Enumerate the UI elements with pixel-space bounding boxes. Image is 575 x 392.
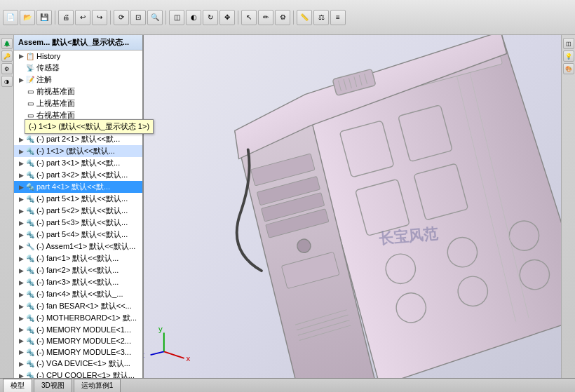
expand-fan1[interactable]: ▶	[17, 255, 25, 263]
tree-item-fan4[interactable]: ▶ 🔩 (-) fan<4> 默认<<默认_...	[14, 288, 142, 300]
memory1-label: (-) MEMORY MODULE<1...	[36, 325, 131, 334]
rebuild-btn[interactable]: ⟳	[114, 10, 129, 25]
tree-header: Assem... 默认<默认_显示状态...	[14, 35, 142, 50]
expand-notes[interactable]: ▶	[17, 76, 25, 84]
undo-btn[interactable]: ↩	[75, 10, 90, 25]
expand-history[interactable]: ▶	[17, 52, 25, 60]
expand-fan3[interactable]: ▶	[17, 278, 25, 287]
tab-3dview[interactable]: 3D视图	[34, 379, 72, 392]
expand-sensors[interactable]	[17, 64, 25, 72]
tree-item-part5-2[interactable]: ▶ 🔩 (-) part 5<2> 默认<<默认...	[14, 205, 142, 217]
tree-item-memory1[interactable]: ▶ 🔩 (-) MEMORY MODULE<1...	[14, 324, 142, 335]
top-plane-icon: ▭	[25, 99, 35, 109]
expand-fan4[interactable]: ▶	[17, 290, 25, 299]
zoom-fit-btn[interactable]: ⊡	[130, 10, 146, 25]
expand-part5-4[interactable]: ▶	[17, 231, 25, 239]
tree-item-memory3[interactable]: ▶ 🔩 (-) MEMORY MODULE<3...	[14, 346, 142, 358]
expand-vga[interactable]: ▶	[17, 360, 25, 368]
tree-item-cpu[interactable]: ▶ 🔩 (-) CPU COOLER<1> 默认...	[14, 370, 142, 378]
tree-item-sensors[interactable]: 📡 传感器	[14, 62, 142, 74]
svg-text:x: x	[186, 354, 190, 363]
pan-btn[interactable]: ✥	[219, 10, 235, 25]
tree-item-part3-1[interactable]: ▶ 🔩 (-) part 3<1> 默认<<默...	[14, 157, 142, 169]
rotate-btn[interactable]: ↻	[203, 10, 218, 25]
front-plane-icon: ▭	[25, 87, 35, 97]
tree-item-top-plane[interactable]: ▭ 上视基准面	[14, 97, 142, 109]
expand-part3-2[interactable]: ▶	[17, 171, 25, 180]
sep1	[55, 11, 55, 25]
property-icon[interactable]: 🔑	[1, 50, 13, 62]
tree-item-memory2[interactable]: ▶ 🔩 (-) MEMORY MODULE<2...	[14, 335, 142, 346]
tree-item-part1[interactable]: ▶ 🔩 (-) 1<1> (默认<<默认... (-) 1<1> (默认<<默认…	[14, 145, 142, 157]
scene-btn[interactable]: 🎨	[563, 63, 574, 74]
display-state-icon[interactable]: ◑	[1, 76, 13, 87]
expand-right-plane[interactable]	[17, 111, 25, 120]
measure-btn[interactable]: 📏	[297, 10, 312, 25]
part1-label: (-) 1<1> (默认<<默认...	[36, 146, 115, 156]
tab-motion[interactable]: 运动算例1	[74, 379, 121, 392]
tree-item-front-plane[interactable]: ▭ 前视基准面	[14, 86, 142, 97]
config-icon[interactable]: ⚙	[1, 63, 13, 74]
mass-props-btn[interactable]: ⚖	[313, 10, 329, 25]
new-btn[interactable]: 📄	[3, 10, 18, 25]
expand-part4-1[interactable]: ▶	[17, 183, 25, 191]
cpu-icon: 🔩	[25, 371, 35, 379]
options-btn[interactable]: ≡	[330, 10, 346, 25]
part3-1-label: (-) part 3<1> 默认<<默...	[36, 158, 120, 168]
expand-memory1[interactable]: ▶	[17, 325, 25, 334]
expand-part5-1[interactable]: ▶	[17, 195, 25, 203]
feature-btn[interactable]: ⚙	[275, 10, 290, 25]
tree-item-vga[interactable]: ▶ 🔩 (-) VGA DEVICE<1> 默认...	[14, 358, 142, 370]
expand-part5-3[interactable]: ▶	[17, 219, 25, 227]
tree-item-part5-1[interactable]: ▶ 🔩 (-) part 5<1> 默认<<默认...	[14, 193, 142, 205]
expand-front[interactable]	[17, 88, 25, 96]
tree-item-part3-2[interactable]: ▶ 🔩 (-) part 3<2> 默认<<默认...	[14, 169, 142, 181]
expand-motherboard[interactable]: ▶	[17, 314, 25, 323]
3d-viewport[interactable]: 长宝风范 x y z	[144, 35, 561, 378]
print-btn[interactable]: 🖨	[58, 10, 74, 25]
tree-item-fan2[interactable]: ▶ 🔩 (-) fan<2> 默认<<默认...	[14, 264, 142, 276]
fan1-label: (-) fan<1> 默认<<默认...	[36, 253, 119, 264]
top-plane-label: 上视基准面	[36, 98, 75, 109]
expand-part5-2[interactable]: ▶	[17, 207, 25, 215]
tree-item-part5-4[interactable]: ▶ 🔩 (-) part 5<4> 默认<<默认...	[14, 229, 142, 241]
tree-item-assem1[interactable]: ▶ 🔧 (-) Assem1<1> 默认<<默认...	[14, 241, 142, 252]
tree-item-fan1[interactable]: ▶ 🔩 (-) fan<1> 默认<<默认...	[14, 252, 142, 264]
expand-part2[interactable]: ▶	[17, 135, 25, 144]
expand-memory3[interactable]: ▶	[17, 348, 25, 356]
expand-memory2[interactable]: ▶	[17, 337, 25, 345]
expand-part3-1[interactable]: ▶	[17, 159, 25, 168]
open-btn[interactable]: 📂	[20, 10, 35, 25]
expand-top[interactable]	[17, 100, 25, 108]
tree-item-fan-besar[interactable]: ▶ 🔩 (-) fan BESAR<1> 默认<<...	[14, 300, 142, 312]
zoom-in-btn[interactable]: 🔍	[147, 10, 163, 25]
fan4-label: (-) fan<4> 默认<<默认_...	[36, 289, 123, 299]
view-orient-btn[interactable]: ◫	[169, 10, 184, 25]
light-btn[interactable]: 💡	[563, 50, 574, 62]
tree-item-history[interactable]: ▶ 📋 History	[14, 50, 142, 62]
expand-fan-besar[interactable]: ▶	[17, 302, 25, 311]
save-btn[interactable]: 💾	[36, 10, 52, 25]
sketch-btn[interactable]: ✏	[258, 10, 273, 25]
expand-fan2[interactable]: ▶	[17, 266, 25, 275]
view-btn-right[interactable]: ◫	[563, 38, 574, 49]
tree-item-part4-1[interactable]: ▶ 🔩 part 4<1> 默认<<默...	[14, 181, 142, 193]
memory3-label: (-) MEMORY MODULE<3...	[36, 348, 131, 356]
tree-item-part5-3[interactable]: ▶ 🔩 (-) part 5<3> 默认<<默认...	[14, 217, 142, 229]
fan4-icon: 🔩	[25, 290, 35, 299]
display-btn[interactable]: ◐	[186, 10, 201, 25]
tree-item-notes[interactable]: ▶ 📝 注解	[14, 74, 142, 86]
tree-item-fan3[interactable]: ▶ 🔩 (-) fan<3> 默认<<默认...	[14, 276, 142, 288]
expand-assem1[interactable]: ▶	[17, 243, 25, 251]
sensors-icon: 📡	[25, 63, 35, 73]
tab-model[interactable]: 模型	[3, 379, 32, 392]
feature-tree-icon[interactable]: 🌲	[1, 38, 13, 49]
redo-btn[interactable]: ↪	[92, 10, 107, 25]
expand-cpu[interactable]: ▶	[17, 372, 25, 379]
select-btn[interactable]: ↖	[241, 10, 257, 25]
tree-item-part2[interactable]: ▶ 🔩 (-) part 2<1> 默认<<默...	[14, 133, 142, 145]
part2-icon: 🔩	[25, 135, 35, 144]
tree-item-motherboard[interactable]: ▶ 🔩 (-) MOTHERBOARD<1> 默...	[14, 312, 142, 324]
expand-part1[interactable]: ▶	[17, 147, 25, 156]
fan2-label: (-) fan<2> 默认<<默认...	[36, 265, 119, 276]
